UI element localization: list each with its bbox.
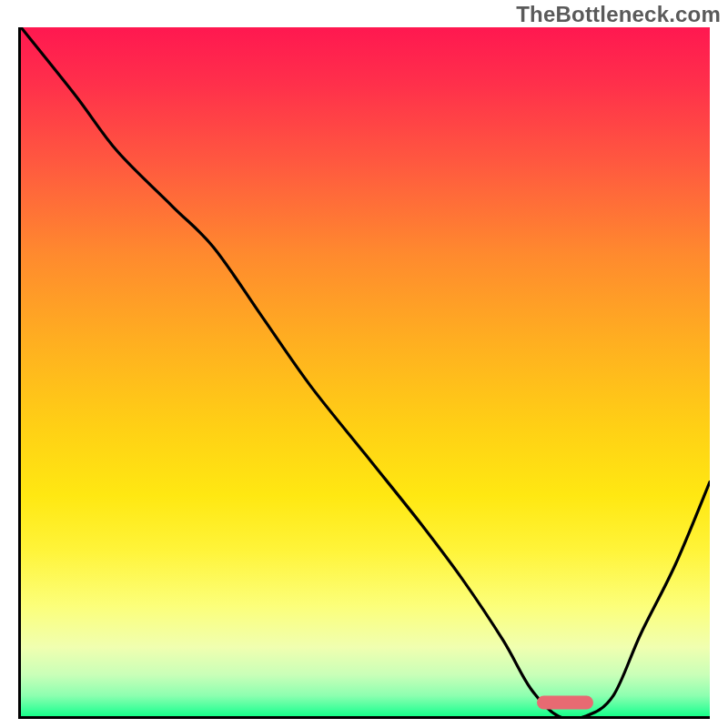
- chart-curve: [21, 27, 710, 716]
- chart-plot-area: [21, 27, 710, 716]
- chart-stage: TheBottleneck.com: [0, 0, 728, 728]
- watermark-text: TheBottleneck.com: [516, 2, 721, 27]
- chart-marker: [537, 695, 593, 709]
